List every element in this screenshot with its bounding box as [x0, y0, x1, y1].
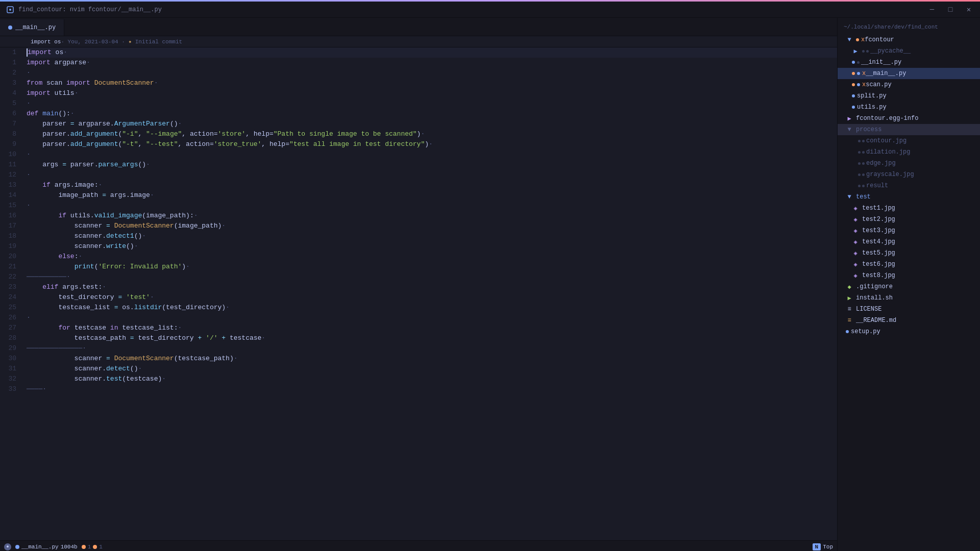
code-line-1b: import argparse·	[27, 58, 837, 68]
sidebar[interactable]: ~/.local/share/dev/find_cont ▼ x fcontou…	[837, 18, 980, 551]
minimize-button[interactable]: ─	[927, 5, 937, 15]
ln-11: 11	[0, 160, 18, 170]
sidebar-item-scan-py[interactable]: x scan.py	[838, 79, 980, 90]
status-size: 1004b	[61, 544, 78, 550]
ln-22: 22	[0, 272, 18, 282]
sidebar-item-contour-jpg[interactable]: contour.jpg	[838, 135, 980, 146]
sidebar-item-test5-jpg[interactable]: ◈ test5.jpg	[838, 247, 980, 259]
dot-gray-result2	[862, 185, 865, 187]
code-line-21: print('Error: Invalid path')·	[27, 262, 837, 272]
sidebar-item-license[interactable]: ≡ LICENSE	[838, 304, 980, 315]
tree-label-setup-py: setup.py	[851, 328, 880, 335]
code-line-32: scanner.test(testcase)·	[27, 374, 837, 384]
dot-gray-edge2	[862, 162, 865, 165]
sidebar-item-gitignore[interactable]: ◆ .gitignore	[838, 281, 980, 292]
ln-28: 28	[0, 333, 18, 343]
code-line-20: else:·	[27, 252, 837, 262]
sidebar-item-test[interactable]: ▼ test	[838, 191, 980, 203]
tab-main-py[interactable]: __main__.py	[0, 19, 64, 36]
ln-6: 6	[0, 109, 18, 119]
folder-open-icon: ▼	[846, 36, 853, 43]
tree-label-fcontour2: fcontour	[865, 36, 894, 43]
tree-label-main-py2: __main__.py	[866, 70, 906, 77]
maximize-button[interactable]: □	[945, 5, 955, 15]
ln-2: 2	[0, 68, 18, 78]
ln-7: 7	[0, 119, 18, 129]
ln-32: 32	[0, 374, 18, 384]
sidebar-item-fcontour[interactable]: ▼ x fcontour	[838, 34, 980, 45]
titlebar-title: find_contour: nvim fcontour/__main__.py	[18, 6, 162, 13]
code-editor[interactable]: 1 1 2 3 4 5 6 7 8 9 10 11 12 13 14 15 16…	[0, 47, 837, 540]
folder-icon-process: ▼	[846, 126, 853, 133]
tree-label-egg-info: fcontour.egg-info	[856, 115, 918, 122]
ln-16: 16	[0, 211, 18, 221]
sidebar-path: ~/.local/share/dev/find_cont	[838, 22, 980, 32]
code-line-16: if utils.valid_imgage(image_path):·	[27, 211, 837, 221]
sidebar-item-test3-jpg[interactable]: ◈ test3.jpg	[838, 225, 980, 236]
sidebar-item-readme-md[interactable]: ≡ __README.md	[838, 315, 980, 326]
sidebar-item-dilation-jpg[interactable]: dilation.jpg	[838, 146, 980, 158]
tree-label-contour-jpg: contour.jpg	[866, 137, 906, 144]
code-line-10: ·	[27, 149, 837, 160]
tab-bar: __main__.py	[0, 18, 837, 36]
code-line-13: if args.image:·	[27, 180, 837, 190]
tree-label-grayscale-jpg: grayscale.jpg	[866, 171, 914, 178]
dot-blue-setup	[846, 330, 849, 333]
sidebar-item-main-py[interactable]: x __main__.py	[838, 68, 980, 79]
ln-21: 21	[0, 262, 18, 272]
dot-gray-pycache2	[866, 50, 869, 53]
code-line-18: scanner.detect1()·	[27, 231, 837, 241]
sidebar-item-edge-jpg[interactable]: edge.jpg	[838, 158, 980, 169]
file-icon-readme: ≡	[846, 317, 853, 324]
sidebar-item-pycache[interactable]: ▶ __pycache__	[838, 45, 980, 57]
code-line-2: ·	[27, 68, 837, 78]
sidebar-item-utils-py[interactable]: utils.py	[838, 102, 980, 113]
sidebar-item-split-py[interactable]: split.py	[838, 90, 980, 102]
sidebar-item-init-py[interactable]: __init__.py	[838, 57, 980, 68]
sidebar-item-install-sh[interactable]: ▶ install.sh	[838, 292, 980, 304]
tree-label-scan-py: x	[862, 81, 866, 88]
ln-9: 9	[0, 139, 18, 149]
sidebar-item-test4-jpg[interactable]: ◈ test4.jpg	[838, 236, 980, 247]
tree-label-install-sh: install.sh	[856, 294, 893, 302]
close-button[interactable]: ✕	[964, 5, 974, 15]
folder-icon-pycache: ▶	[852, 47, 859, 55]
code-content[interactable]: import os· import argparse· · from scan …	[22, 47, 837, 540]
dot-blue-init	[852, 61, 855, 64]
folder-icon-test: ▼	[846, 193, 853, 201]
code-line-19: scanner.write()·	[27, 241, 837, 252]
sidebar-item-test8-jpg[interactable]: ◈ test8.jpg	[838, 270, 980, 281]
sidebar-item-result[interactable]: result	[838, 180, 980, 191]
sidebar-item-grayscale-jpg[interactable]: grayscale.jpg	[838, 169, 980, 180]
ln-17: 17	[0, 221, 18, 231]
dot-orange-scan	[852, 83, 855, 86]
status-dot-blue	[15, 545, 19, 549]
sidebar-item-test2-jpg[interactable]: ◈ test2.jpg	[838, 214, 980, 225]
ln-31: 31	[0, 364, 18, 374]
tree-label-readme-md: __README.md	[856, 317, 896, 324]
file-icon-install-sh: ▶	[846, 294, 853, 302]
tree-label-result: result	[866, 182, 888, 189]
code-line-15: ·	[27, 201, 837, 211]
ln-13: 13	[0, 180, 18, 190]
sidebar-item-test1-jpg[interactable]: ◈ test1.jpg	[838, 203, 980, 214]
file-icon-gitignore: ◆	[846, 283, 853, 290]
ln-14: 14	[0, 190, 18, 201]
ln-23: 23	[0, 282, 18, 292]
sidebar-item-setup-py[interactable]: setup.py	[838, 326, 980, 337]
sidebar-item-egg-info[interactable]: ▶ fcontour.egg-info	[838, 113, 980, 124]
dot-gray-init	[857, 61, 860, 64]
sidebar-item-test6-jpg[interactable]: ◈ test6.jpg	[838, 259, 980, 270]
ln-8: 8	[0, 129, 18, 139]
dot-gray-grayscale2	[862, 173, 865, 176]
tree-label-test6-jpg: test6.jpg	[862, 261, 895, 268]
sidebar-item-process[interactable]: ▼ process	[838, 124, 980, 135]
mode-badge: N	[813, 543, 821, 550]
code-line-14: image_path = args.image·	[27, 190, 837, 201]
dot-blue-utils	[852, 106, 855, 109]
tab-dot-blue	[8, 26, 12, 30]
dot-gray-contour2	[862, 140, 865, 142]
code-line-7: parser = argparse.ArgumentParser()·	[27, 119, 837, 129]
folder-icon-egg: ▶	[846, 115, 853, 122]
ln-1b: 1	[0, 58, 18, 68]
